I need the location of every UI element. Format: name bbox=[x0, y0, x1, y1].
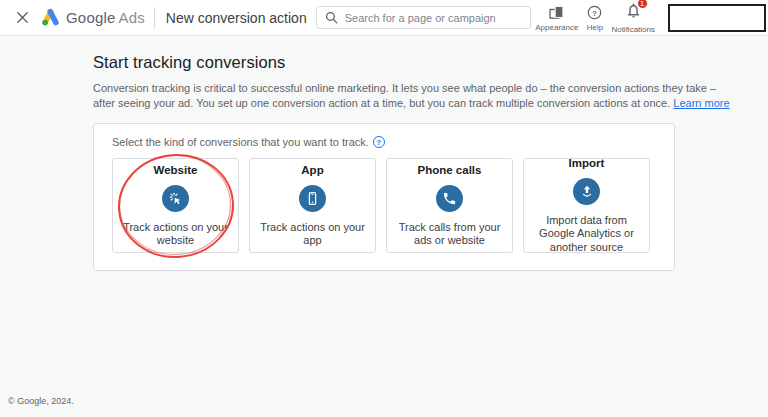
card-title: App bbox=[301, 164, 323, 176]
phone-icon bbox=[436, 185, 463, 212]
help-button[interactable]: ? Help bbox=[582, 4, 607, 32]
intro-text: Conversion tracking is critical to succe… bbox=[93, 82, 716, 109]
brand-wordmark: GoogleAds bbox=[66, 9, 145, 26]
card-description: Track calls from your ads or website bbox=[397, 221, 502, 248]
card-wrap-app: App Track actions on your app bbox=[249, 158, 376, 253]
conversion-kind-panel: Select the kind of conversions that you … bbox=[93, 123, 675, 271]
google-ads-logo-icon bbox=[40, 7, 61, 28]
page-heading: Start tracking conversions bbox=[93, 53, 738, 72]
conversion-cards-row: Website Trac bbox=[112, 158, 657, 253]
help-icon: ? bbox=[586, 4, 603, 21]
copyright-footer: © Google, 2024. bbox=[8, 396, 74, 406]
card-description: Track actions on your app bbox=[260, 221, 365, 248]
topbar: GoogleAds New conversion action Appearan… bbox=[0, 0, 768, 36]
card-title: Import bbox=[569, 157, 605, 169]
topbar-divider bbox=[154, 7, 155, 29]
help-label: Help bbox=[587, 23, 603, 32]
notifications-label: Notifications bbox=[611, 25, 655, 34]
help-tooltip-icon[interactable]: ? bbox=[373, 136, 385, 148]
notification-badge: 1 bbox=[637, 0, 648, 9]
card-wrap-phone-calls: Phone calls Track calls from your ads or… bbox=[386, 158, 513, 253]
brand-google: Google bbox=[66, 9, 116, 26]
card-wrap-import: Import Import data from Google Analytics… bbox=[523, 158, 650, 253]
conversion-card-phone-calls[interactable]: Phone calls Track calls from your ads or… bbox=[386, 158, 513, 253]
brand-ads: Ads bbox=[119, 9, 145, 26]
main-content: Start tracking conversions Conversion tr… bbox=[0, 36, 768, 271]
card-title: Website bbox=[154, 164, 198, 176]
card-title: Phone calls bbox=[418, 164, 482, 176]
select-kind-label: Select the kind of conversions that you … bbox=[112, 136, 369, 148]
search-input[interactable] bbox=[345, 12, 523, 24]
learn-more-link[interactable]: Learn more bbox=[673, 97, 729, 109]
topbar-actions: Appearance ? Help 1 Notifications bbox=[531, 2, 766, 34]
conversion-card-website[interactable]: Website Trac bbox=[112, 158, 239, 253]
card-description: Import data from Google Analytics or ano… bbox=[534, 214, 639, 255]
intro-paragraph: Conversion tracking is critical to succe… bbox=[93, 81, 738, 110]
conversion-card-import[interactable]: Import Import data from Google Analytics… bbox=[523, 158, 650, 253]
close-icon[interactable] bbox=[16, 11, 29, 25]
card-description: Track actions on your website bbox=[123, 221, 228, 248]
upload-icon bbox=[573, 178, 600, 205]
conversion-card-app[interactable]: App Track actions on your app bbox=[249, 158, 376, 253]
select-kind-row: Select the kind of conversions that you … bbox=[112, 136, 657, 148]
appearance-icon bbox=[548, 4, 565, 21]
page-title: New conversion action bbox=[166, 10, 307, 26]
smartphone-icon bbox=[299, 185, 326, 212]
redacted-account-box bbox=[668, 4, 766, 32]
card-wrap-website: Website Trac bbox=[112, 158, 239, 253]
svg-text:?: ? bbox=[592, 8, 597, 17]
search-box[interactable] bbox=[316, 6, 532, 29]
appearance-button[interactable]: Appearance bbox=[531, 4, 582, 32]
notifications-button[interactable]: 1 Notifications bbox=[607, 2, 659, 34]
appearance-label: Appearance bbox=[535, 23, 578, 32]
search-icon bbox=[325, 11, 338, 24]
ads-click-icon bbox=[162, 185, 189, 212]
copyright-text: © Google, 2024. bbox=[8, 396, 74, 406]
